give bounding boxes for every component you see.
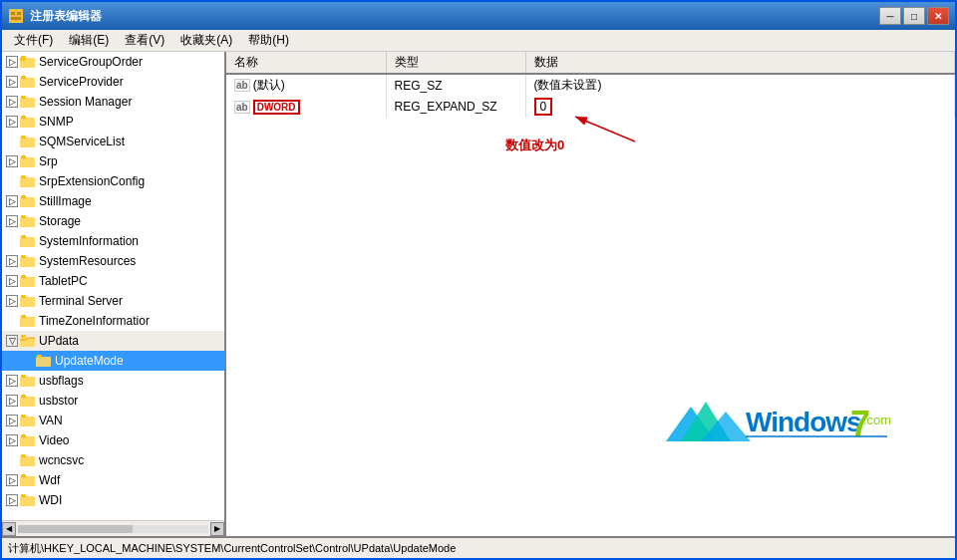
svg-rect-29 <box>20 297 35 307</box>
tree-item-systemresources[interactable]: ▷ SystemResources <box>2 251 224 271</box>
tree-item-sessionmanager[interactable]: ▷ Session Manager <box>2 92 224 112</box>
tree-hscroll[interactable]: ◀ ▶ <box>2 520 224 536</box>
menu-help[interactable]: 帮助(H) <box>240 30 297 51</box>
tree-item-wdi[interactable]: ▷ WDI <box>2 490 224 510</box>
tree-item-updata[interactable]: ▽ UPdata <box>2 331 224 351</box>
tree-label: usbflags <box>39 374 84 388</box>
expand-wdi[interactable]: ▷ <box>6 494 18 506</box>
svg-rect-24 <box>21 235 26 238</box>
expand-usbflags[interactable]: ▷ <box>6 375 18 387</box>
tree-label: Srp <box>39 154 58 168</box>
svg-rect-9 <box>20 98 35 108</box>
tree-item-servicegrouporder[interactable]: ▷ ServiceGroupOrder <box>2 52 224 72</box>
folder-icon <box>20 214 36 228</box>
folder-icon <box>20 234 36 248</box>
folder-icon <box>20 473 36 487</box>
svg-rect-40 <box>21 395 26 398</box>
folder-icon <box>36 354 52 368</box>
reg-type-dword: REG_EXPAND_SZ <box>386 96 525 118</box>
expand-tabletpc[interactable]: ▷ <box>6 275 18 287</box>
svg-rect-37 <box>20 377 35 387</box>
tree-pane: ▷ ServiceGroupOrder ▷ ServiceProvider <box>2 52 226 536</box>
expand-snmp[interactable]: ▷ <box>6 116 18 128</box>
expand-van[interactable]: ▷ <box>6 415 18 426</box>
tree-item-srpextensionconfig[interactable]: SrpExtensionConfig <box>2 171 224 191</box>
main-area: ▷ ServiceGroupOrder ▷ ServiceProvider <box>2 52 955 536</box>
svg-rect-33 <box>20 338 35 347</box>
expand-sessionmanager[interactable]: ▷ <box>6 96 18 108</box>
svg-rect-23 <box>20 237 35 247</box>
tree-item-wcncsvc[interactable]: wcncsvc <box>2 450 224 470</box>
expand-serviceprovider[interactable]: ▷ <box>6 76 18 88</box>
tree-label: TimeZoneInformatior <box>39 314 150 328</box>
expand-storage[interactable]: ▷ <box>6 215 18 227</box>
expand-servicegrouporder[interactable]: ▷ <box>6 56 18 68</box>
menu-view[interactable]: 查看(V) <box>117 30 172 51</box>
annotation-text: 数值改为0 <box>505 138 564 152</box>
close-button[interactable]: ✕ <box>927 7 949 25</box>
svg-rect-49 <box>20 496 35 506</box>
annotation-area: 数值改为0 <box>505 137 564 154</box>
expand-wdf[interactable]: ▷ <box>6 474 18 486</box>
menu-favorites[interactable]: 收藏夹(A) <box>172 30 240 51</box>
svg-rect-17 <box>20 177 35 187</box>
svg-rect-19 <box>20 197 35 207</box>
tree-item-updatemode[interactable]: UpdateMode <box>2 351 224 371</box>
tree-item-sqmservicelist[interactable]: SQMServiceList <box>2 132 224 151</box>
svg-rect-25 <box>20 257 35 267</box>
tree-label: Video <box>39 433 69 447</box>
tree-label: Wdf <box>39 473 60 487</box>
status-bar: 计算机\HKEY_LOCAL_MACHINE\SYSTEM\CurrentCon… <box>2 536 955 558</box>
tree-item-srp[interactable]: ▷ Srp <box>2 151 224 171</box>
tree-item-tabletpc[interactable]: ▷ TabletPC <box>2 271 224 291</box>
folder-icon <box>20 75 36 89</box>
tree-item-stillimage[interactable]: ▷ StillImage <box>2 191 224 211</box>
svg-rect-16 <box>21 155 26 158</box>
expand-terminalserver[interactable]: ▷ <box>6 295 18 307</box>
dword-badge: DWORD <box>253 100 300 115</box>
svg-rect-45 <box>20 456 35 466</box>
ab-icon: ab <box>234 79 250 92</box>
tree-item-storage[interactable]: ▷ Storage <box>2 211 224 231</box>
svg-rect-43 <box>20 436 35 446</box>
svg-rect-28 <box>21 275 26 278</box>
minimize-button[interactable]: ─ <box>879 7 901 25</box>
tree-item-serviceprovider[interactable]: ▷ ServiceProvider <box>2 72 224 92</box>
tree-item-snmp[interactable]: ▷ SNMP <box>2 112 224 132</box>
expand-stillimage[interactable]: ▷ <box>6 195 18 207</box>
reg-name-cell: ab (默认) <box>226 74 386 96</box>
value-box: 0 <box>534 98 553 116</box>
tree-item-timezoneinfo[interactable]: TimeZoneInformatior <box>2 311 224 331</box>
expand-usbstor[interactable]: ▷ <box>6 395 18 407</box>
tree-item-video[interactable]: ▷ Video <box>2 430 224 450</box>
scroll-right-btn[interactable]: ▶ <box>210 522 224 536</box>
col-data: 数据 <box>525 52 955 74</box>
svg-rect-10 <box>21 96 26 99</box>
svg-rect-34 <box>21 335 26 338</box>
tree-item-systeminformation[interactable]: SystemInformation <box>2 231 224 251</box>
reg-name: (默认) <box>253 77 285 94</box>
menu-edit[interactable]: 编辑(E) <box>61 30 117 51</box>
tree-label: SystemResources <box>39 254 136 268</box>
tree-content[interactable]: ▷ ServiceGroupOrder ▷ ServiceProvider <box>2 52 224 520</box>
menu-file[interactable]: 文件(F) <box>6 30 61 51</box>
expand-updata[interactable]: ▽ <box>6 335 18 347</box>
expand-video[interactable]: ▷ <box>6 434 18 446</box>
tree-item-usbflags[interactable]: ▷ usbflags <box>2 371 224 391</box>
tree-item-van[interactable]: ▷ VAN <box>2 411 224 430</box>
svg-rect-6 <box>21 56 26 59</box>
maximize-button[interactable]: □ <box>903 7 925 25</box>
tree-item-terminalserver[interactable]: ▷ Terminal Server <box>2 291 224 311</box>
svg-rect-11 <box>20 118 35 128</box>
reg-name-cell-dword: ab DWORD <box>226 96 386 118</box>
right-pane: 名称 类型 数据 ab (默认) REG_SZ <box>226 52 955 536</box>
tree-label: SQMServiceList <box>39 135 125 148</box>
scroll-left-btn[interactable]: ◀ <box>2 522 16 536</box>
expand-systemresources[interactable]: ▷ <box>6 255 18 267</box>
windows7-logo: Windows 7 .com <box>646 377 895 476</box>
tree-label: UpdateMode <box>55 354 124 368</box>
tree-item-wdf[interactable]: ▷ Wdf <box>2 470 224 490</box>
svg-rect-27 <box>20 277 35 287</box>
expand-srp[interactable]: ▷ <box>6 155 18 167</box>
tree-item-usbstor[interactable]: ▷ usbstor <box>2 391 224 411</box>
